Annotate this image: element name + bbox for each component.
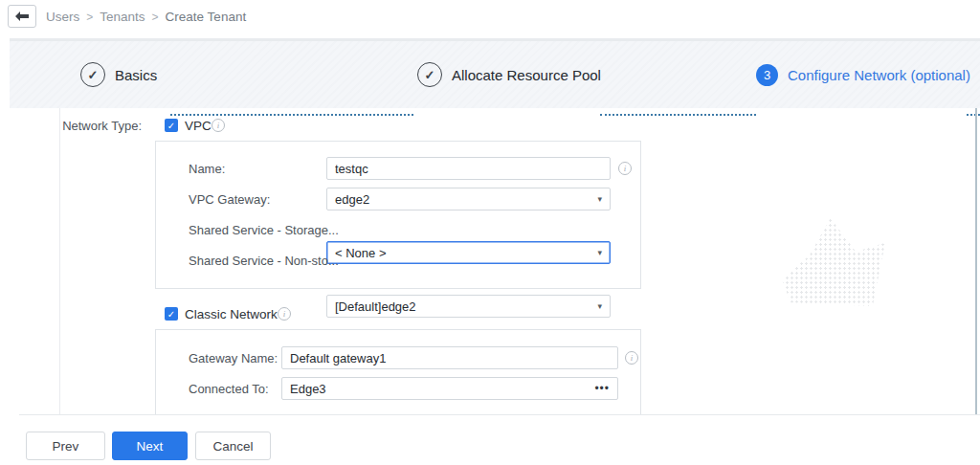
vpc-info-icon[interactable]: i xyxy=(212,119,225,132)
step-connector xyxy=(600,114,756,116)
vpc-gateway-label: VPC Gateway: xyxy=(189,192,270,207)
step-label: Configure Network (optional) xyxy=(788,67,970,83)
connected-to-picker[interactable]: Edge3 ••• xyxy=(281,377,618,400)
picker-value: Edge3 xyxy=(290,382,326,396)
step-done-check-icon: ✓ xyxy=(417,62,442,87)
chevron-down-icon: ▾ xyxy=(597,302,602,311)
classic-network-checkbox-label[interactable]: Classic Network xyxy=(185,307,278,321)
step-label: Basics xyxy=(115,67,157,83)
step-connector xyxy=(967,114,980,116)
shared-service-storage-select[interactable]: < None > ▾ xyxy=(326,241,611,264)
back-button[interactable] xyxy=(8,5,36,28)
step-configure-network[interactable]: 3 Configure Network (optional) xyxy=(756,64,970,86)
connected-to-label: Connected To: xyxy=(189,382,269,396)
vpc-gateway-select[interactable]: edge2 ▾ xyxy=(326,188,611,210)
vpc-checkbox[interactable]: ✓ xyxy=(165,119,178,132)
step-number-badge: 3 xyxy=(756,64,778,86)
wizard-stepper: ✓ Basics ✓ Allocate Resource Pool 3 Conf… xyxy=(10,38,980,108)
step-done-check-icon: ✓ xyxy=(80,62,105,87)
name-info-icon[interactable]: i xyxy=(618,162,632,175)
content-left-divider xyxy=(59,108,60,414)
breadcrumb: Users > Tenants > Create Tenant xyxy=(46,10,246,24)
chevron-down-icon: ▾ xyxy=(597,249,602,257)
watermark xyxy=(780,218,885,306)
next-button[interactable]: Next xyxy=(112,432,188,460)
footer-divider xyxy=(19,414,980,415)
classic-network-checkbox[interactable]: ✓ xyxy=(165,307,178,321)
step-connector xyxy=(170,114,413,116)
gateway-name-info-icon[interactable]: i xyxy=(625,351,638,365)
ellipsis-picker-icon[interactable]: ••• xyxy=(594,381,610,396)
cancel-button[interactable]: Cancel xyxy=(195,432,271,460)
shared-service-nonstorage-label: Shared Service - Non-sto... xyxy=(189,254,339,268)
checkbox-check-icon: ✓ xyxy=(167,121,175,131)
step-allocate-resource-pool[interactable]: ✓ Allocate Resource Pool xyxy=(417,62,601,87)
step-label: Allocate Resource Pool xyxy=(452,67,601,83)
chevron-down-icon: ▾ xyxy=(597,195,602,204)
arrow-left-icon xyxy=(15,11,29,21)
content-right-border xyxy=(975,108,977,415)
step-basics[interactable]: ✓ Basics xyxy=(80,62,157,87)
select-value: < None > xyxy=(335,246,387,260)
shared-service-storage-label: Shared Service - Storage... xyxy=(189,223,339,237)
shared-service-nonstorage-select[interactable]: [Default]edge2 ▾ xyxy=(326,295,611,318)
name-label: Name: xyxy=(189,162,225,176)
breadcrumb-tenants[interactable]: Tenants xyxy=(100,10,145,24)
top-bar: Users > Tenants > Create Tenant xyxy=(0,0,980,36)
classic-network-panel: Gateway Name: i Connected To: Edge3 ••• xyxy=(155,329,641,415)
vpc-checkbox-label[interactable]: VPC xyxy=(185,119,212,133)
vpc-name-input[interactable] xyxy=(326,157,611,180)
network-type-label: Network Type: xyxy=(19,119,142,133)
breadcrumb-separator: > xyxy=(86,11,93,24)
classic-network-info-icon[interactable]: i xyxy=(278,307,291,321)
prev-button[interactable]: Prev xyxy=(26,432,105,460)
vpc-panel: Name: i VPC Gateway: edge2 ▾ Shared Serv… xyxy=(155,141,641,289)
checkbox-check-icon: ✓ xyxy=(167,309,175,320)
gateway-name-label: Gateway Name: xyxy=(189,351,278,365)
breadcrumb-users[interactable]: Users xyxy=(46,10,79,24)
breadcrumb-separator: > xyxy=(152,11,159,24)
breadcrumb-current: Create Tenant xyxy=(166,10,247,24)
select-value: edge2 xyxy=(335,192,369,207)
select-value: [Default]edge2 xyxy=(335,299,416,314)
gateway-name-input[interactable] xyxy=(281,346,618,369)
